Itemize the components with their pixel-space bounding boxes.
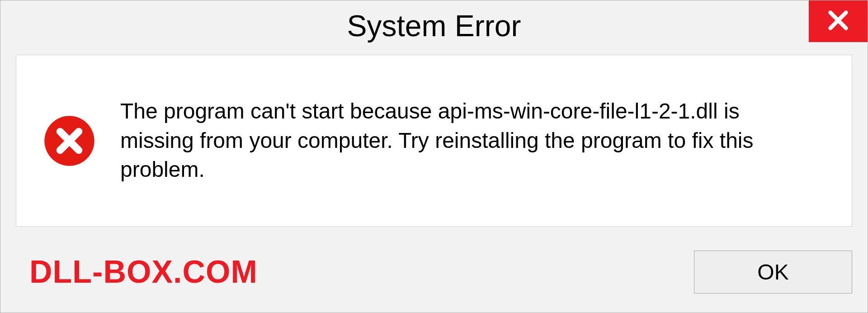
content-panel: The program can't start because api-ms-w… bbox=[16, 55, 852, 227]
close-icon bbox=[826, 9, 850, 34]
ok-button[interactable]: OK bbox=[694, 251, 852, 294]
titlebar: System Error bbox=[0, 0, 868, 50]
dialog-title: System Error bbox=[347, 9, 521, 43]
dialog-footer: DLL-BOX.COM OK bbox=[0, 240, 868, 313]
error-message: The program can't start because api-ms-w… bbox=[120, 97, 798, 185]
watermark-text: DLL-BOX.COM bbox=[29, 254, 258, 290]
close-button[interactable] bbox=[809, 0, 868, 42]
error-dialog: System Error The program can't start bec… bbox=[0, 0, 868, 313]
error-icon bbox=[43, 115, 95, 167]
